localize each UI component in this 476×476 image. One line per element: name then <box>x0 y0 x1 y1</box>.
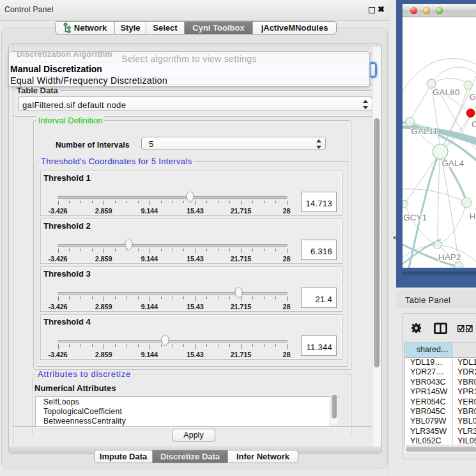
svg-text:GCY1: GCY1 <box>403 213 427 222</box>
svg-text:G.: G. <box>470 92 476 102</box>
svg-text:HAP2: HAP2 <box>438 252 461 262</box>
svg-text:GAL4: GAL4 <box>441 158 464 168</box>
svg-text:GAL80: GAL80 <box>433 88 460 97</box>
svg-text:GAL11: GAL11 <box>411 127 438 136</box>
svg-text:H: H <box>470 211 476 221</box>
svg-text:C: C <box>472 119 476 129</box>
